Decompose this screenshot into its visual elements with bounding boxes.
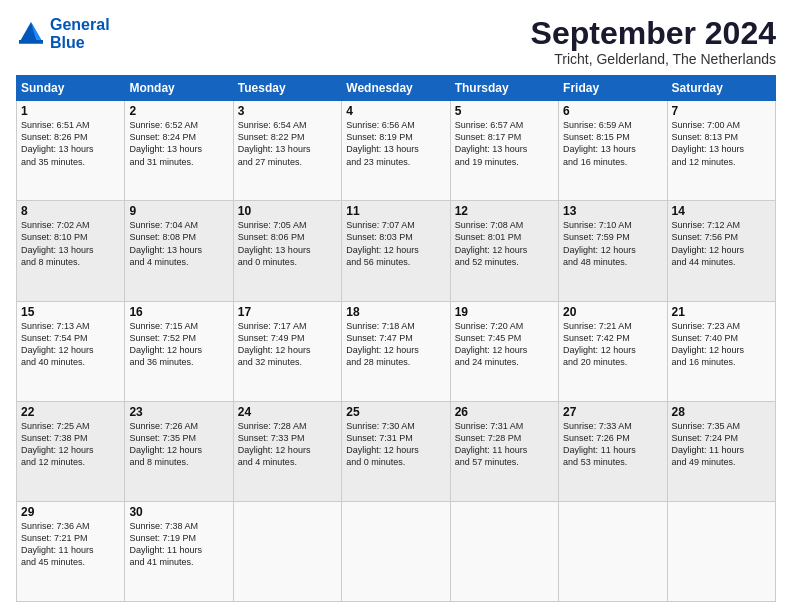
day-info-line: and 19 minutes. [455, 157, 519, 167]
day-info-line: Sunset: 7:21 PM [21, 533, 88, 543]
day-info-line: Sunset: 7:47 PM [346, 333, 413, 343]
day-info: Sunrise: 7:31 AMSunset: 7:28 PMDaylight:… [455, 420, 554, 469]
day-info-line: Sunset: 8:17 PM [455, 132, 522, 142]
day-info-line: Sunrise: 7:30 AM [346, 421, 415, 431]
day-info: Sunrise: 7:08 AMSunset: 8:01 PMDaylight:… [455, 219, 554, 268]
calendar-body: 1Sunrise: 6:51 AMSunset: 8:26 PMDaylight… [17, 101, 776, 602]
day-info: Sunrise: 7:12 AMSunset: 7:56 PMDaylight:… [672, 219, 771, 268]
day-info-line: Sunrise: 7:38 AM [129, 521, 198, 531]
day-number: 8 [21, 204, 120, 218]
day-info-line: Daylight: 12 hours [129, 445, 202, 455]
day-info: Sunrise: 7:05 AMSunset: 8:06 PMDaylight:… [238, 219, 337, 268]
day-info-line: Daylight: 13 hours [238, 245, 311, 255]
calendar-cell: 21Sunrise: 7:23 AMSunset: 7:40 PMDayligh… [667, 301, 775, 401]
day-number: 20 [563, 305, 662, 319]
day-info: Sunrise: 6:59 AMSunset: 8:15 PMDaylight:… [563, 119, 662, 168]
calendar-cell: 9Sunrise: 7:04 AMSunset: 8:08 PMDaylight… [125, 201, 233, 301]
day-info-line: Sunset: 7:24 PM [672, 433, 739, 443]
col-friday: Friday [559, 76, 667, 101]
day-info-line: Sunrise: 7:33 AM [563, 421, 632, 431]
calendar-row: 8Sunrise: 7:02 AMSunset: 8:10 PMDaylight… [17, 201, 776, 301]
calendar-cell: 15Sunrise: 7:13 AMSunset: 7:54 PMDayligh… [17, 301, 125, 401]
calendar-cell: 29Sunrise: 7:36 AMSunset: 7:21 PMDayligh… [17, 501, 125, 601]
day-info: Sunrise: 7:35 AMSunset: 7:24 PMDaylight:… [672, 420, 771, 469]
day-info: Sunrise: 7:25 AMSunset: 7:38 PMDaylight:… [21, 420, 120, 469]
day-info-line: Sunset: 8:03 PM [346, 232, 413, 242]
logo-icon [16, 19, 46, 49]
day-info-line: Daylight: 12 hours [346, 445, 419, 455]
calendar-cell [233, 501, 341, 601]
calendar-header: Sunday Monday Tuesday Wednesday Thursday… [17, 76, 776, 101]
day-number: 27 [563, 405, 662, 419]
day-number: 23 [129, 405, 228, 419]
day-info: Sunrise: 7:04 AMSunset: 8:08 PMDaylight:… [129, 219, 228, 268]
day-info: Sunrise: 7:20 AMSunset: 7:45 PMDaylight:… [455, 320, 554, 369]
day-info-line: Sunset: 7:59 PM [563, 232, 630, 242]
day-info-line: Sunset: 7:52 PM [129, 333, 196, 343]
day-info-line: Daylight: 13 hours [129, 144, 202, 154]
day-info-line: Sunset: 7:28 PM [455, 433, 522, 443]
day-info-line: Daylight: 12 hours [346, 245, 419, 255]
day-info-line: Daylight: 12 hours [672, 345, 745, 355]
day-info-line: Sunset: 7:38 PM [21, 433, 88, 443]
calendar-cell: 6Sunrise: 6:59 AMSunset: 8:15 PMDaylight… [559, 101, 667, 201]
day-info-line: Sunset: 7:54 PM [21, 333, 88, 343]
day-info: Sunrise: 6:56 AMSunset: 8:19 PMDaylight:… [346, 119, 445, 168]
day-info-line: Sunset: 8:19 PM [346, 132, 413, 142]
day-info-line: and 0 minutes. [238, 257, 297, 267]
day-number: 14 [672, 204, 771, 218]
day-info-line: Daylight: 12 hours [238, 445, 311, 455]
day-info: Sunrise: 7:13 AMSunset: 7:54 PMDaylight:… [21, 320, 120, 369]
day-info-line: Daylight: 13 hours [21, 144, 94, 154]
day-info-line: Daylight: 11 hours [563, 445, 636, 455]
day-info-line: and 41 minutes. [129, 557, 193, 567]
day-info: Sunrise: 7:15 AMSunset: 7:52 PMDaylight:… [129, 320, 228, 369]
day-info-line: and 8 minutes. [129, 457, 188, 467]
day-info-line: Daylight: 13 hours [21, 245, 94, 255]
day-info-line: and 27 minutes. [238, 157, 302, 167]
calendar-cell: 14Sunrise: 7:12 AMSunset: 7:56 PMDayligh… [667, 201, 775, 301]
day-info-line: Sunset: 7:42 PM [563, 333, 630, 343]
day-info-line: Daylight: 12 hours [455, 245, 528, 255]
day-info-line: Daylight: 12 hours [672, 245, 745, 255]
day-info: Sunrise: 7:07 AMSunset: 8:03 PMDaylight:… [346, 219, 445, 268]
col-sunday: Sunday [17, 76, 125, 101]
calendar-row: 15Sunrise: 7:13 AMSunset: 7:54 PMDayligh… [17, 301, 776, 401]
day-info: Sunrise: 7:02 AMSunset: 8:10 PMDaylight:… [21, 219, 120, 268]
day-info-line: Daylight: 12 hours [238, 345, 311, 355]
subtitle: Tricht, Gelderland, The Netherlands [531, 51, 776, 67]
day-info-line: Daylight: 13 hours [455, 144, 528, 154]
day-info-line: Sunset: 7:26 PM [563, 433, 630, 443]
day-number: 1 [21, 104, 120, 118]
day-number: 9 [129, 204, 228, 218]
calendar-cell: 11Sunrise: 7:07 AMSunset: 8:03 PMDayligh… [342, 201, 450, 301]
day-info-line: and 56 minutes. [346, 257, 410, 267]
calendar-cell: 3Sunrise: 6:54 AMSunset: 8:22 PMDaylight… [233, 101, 341, 201]
day-info-line: and 16 minutes. [672, 357, 736, 367]
calendar-cell: 28Sunrise: 7:35 AMSunset: 7:24 PMDayligh… [667, 401, 775, 501]
col-thursday: Thursday [450, 76, 558, 101]
calendar-cell: 17Sunrise: 7:17 AMSunset: 7:49 PMDayligh… [233, 301, 341, 401]
day-number: 30 [129, 505, 228, 519]
day-number: 17 [238, 305, 337, 319]
day-info-line: Sunrise: 7:21 AM [563, 321, 632, 331]
day-info-line: Sunset: 8:26 PM [21, 132, 88, 142]
day-number: 11 [346, 204, 445, 218]
day-info-line: Sunset: 7:31 PM [346, 433, 413, 443]
day-info-line: and 45 minutes. [21, 557, 85, 567]
day-number: 15 [21, 305, 120, 319]
calendar-cell: 30Sunrise: 7:38 AMSunset: 7:19 PMDayligh… [125, 501, 233, 601]
day-info-line: Sunset: 7:45 PM [455, 333, 522, 343]
day-info: Sunrise: 7:21 AMSunset: 7:42 PMDaylight:… [563, 320, 662, 369]
day-info-line: Sunrise: 7:20 AM [455, 321, 524, 331]
day-info-line: Daylight: 12 hours [346, 345, 419, 355]
main-title: September 2024 [531, 16, 776, 51]
calendar-cell: 5Sunrise: 6:57 AMSunset: 8:17 PMDaylight… [450, 101, 558, 201]
day-info: Sunrise: 6:51 AMSunset: 8:26 PMDaylight:… [21, 119, 120, 168]
day-info-line: Sunset: 7:49 PM [238, 333, 305, 343]
day-info-line: Daylight: 11 hours [455, 445, 528, 455]
day-info: Sunrise: 7:17 AMSunset: 7:49 PMDaylight:… [238, 320, 337, 369]
calendar-cell: 12Sunrise: 7:08 AMSunset: 8:01 PMDayligh… [450, 201, 558, 301]
calendar-cell: 2Sunrise: 6:52 AMSunset: 8:24 PMDaylight… [125, 101, 233, 201]
day-info: Sunrise: 6:52 AMSunset: 8:24 PMDaylight:… [129, 119, 228, 168]
